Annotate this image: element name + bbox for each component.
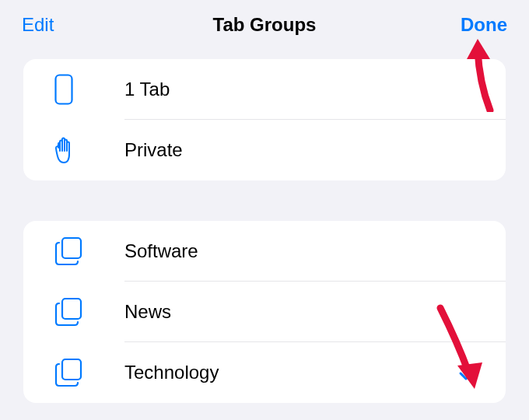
row-software[interactable]: Software bbox=[23, 221, 506, 282]
header-bar: Edit Tab Groups Done bbox=[0, 0, 529, 59]
row-label: Software bbox=[124, 240, 482, 262]
edit-button[interactable]: Edit bbox=[22, 14, 54, 36]
row-private[interactable]: Private bbox=[23, 120, 506, 180]
row-technology[interactable]: Technology bbox=[23, 342, 506, 403]
section-groups: Software News Technology bbox=[23, 221, 506, 403]
row-label: News bbox=[124, 301, 482, 323]
section-default: 1 Tab Private bbox=[23, 59, 506, 180]
device-iphone-icon bbox=[54, 74, 98, 105]
row-news[interactable]: News bbox=[23, 282, 506, 342]
page-title: Tab Groups bbox=[213, 14, 317, 36]
svg-rect-0 bbox=[56, 75, 72, 104]
svg-rect-3 bbox=[62, 359, 81, 380]
svg-rect-2 bbox=[62, 299, 81, 319]
row-1-tab[interactable]: 1 Tab bbox=[23, 59, 506, 120]
row-label: 1 Tab bbox=[124, 79, 482, 100]
svg-rect-1 bbox=[62, 238, 81, 258]
hand-raised-icon bbox=[54, 135, 98, 165]
row-label: Technology bbox=[124, 362, 456, 383]
checkmark-icon bbox=[456, 363, 482, 382]
square-on-square-icon bbox=[54, 358, 98, 387]
square-on-square-icon bbox=[54, 236, 98, 266]
done-button[interactable]: Done bbox=[461, 14, 507, 36]
square-on-square-icon bbox=[54, 297, 98, 327]
row-label: Private bbox=[124, 139, 482, 161]
